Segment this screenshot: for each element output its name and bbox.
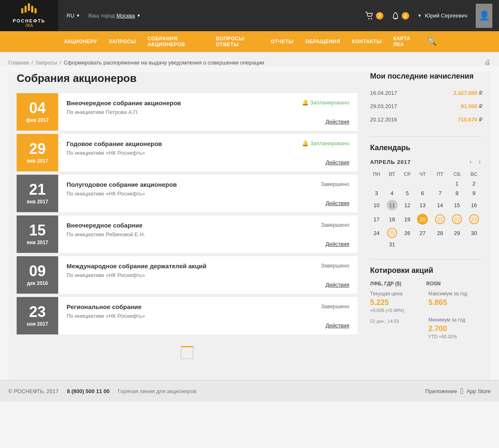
meeting-initiator: По инициативе Рябиновой Е.Н. (67, 231, 349, 238)
footer-app[interactable]: Приложение  App Store (425, 386, 491, 396)
print-button[interactable]: 🖨 (484, 59, 491, 66)
loading-spinner (17, 338, 358, 368)
appstore-label: App Store (467, 388, 491, 394)
breadcrumb-section[interactable]: Запросы (35, 59, 57, 66)
meeting-info: Внеочередное собрание акционеров 🔔 Запла… (58, 93, 358, 131)
meeting-month-year: дек 2016 (27, 280, 48, 286)
accrual-row: 29.03.2017 91.500 ₽ (370, 100, 482, 113)
calendar-grid: ПНВТСРЧТПТСБВС12345678910111213141516171… (370, 170, 482, 249)
meeting-day: 29 (29, 141, 46, 156)
meeting-info: Полугодовое собрание акционеров Завершен… (58, 175, 358, 212)
meeting-date: 09 дек 2016 (17, 256, 58, 294)
bell-icon (392, 12, 399, 20)
city-chevron-icon: ▼ (136, 13, 141, 18)
meeting-day: 15 (29, 223, 46, 238)
meeting-item: 04 фев 2017 Внеочередное собрание акцион… (17, 93, 358, 131)
accrual-amount: 2.327.000 ₽ (453, 90, 482, 96)
city-name[interactable]: Москва (116, 12, 135, 19)
meeting-actions-link[interactable]: Действия (326, 282, 349, 288)
meeting-initiator: По инициативе «НК Роснефть» (67, 150, 349, 156)
footer-phone: 8 (800) 500 11 00 (67, 388, 110, 394)
quote-date: 02 дек., 14:59 (370, 319, 424, 324)
nav-item-shareholder[interactable]: АКЦИОНЕРУ (58, 31, 103, 52)
nav-item-reports[interactable]: ОТЧЕТЫ (265, 31, 299, 52)
nav-item-map[interactable]: КАРТА ЛКА (388, 31, 423, 52)
page-title: Собрания акционеров (17, 72, 358, 85)
apple-icon:  (460, 386, 463, 396)
nav-item-requests[interactable]: ЗАПРОСЫ (103, 31, 142, 52)
current-price-label: Текущая цена (370, 291, 424, 297)
meeting-info: Международное собрание держателей акций … (58, 256, 358, 294)
meeting-actions-link[interactable]: Действия (326, 322, 349, 329)
min-year-value: 2.700 (428, 324, 482, 333)
city-selector: Ваш город Москва ▼ (89, 12, 141, 19)
meeting-actions-link[interactable]: Действия (326, 119, 349, 125)
nav-item-contacts[interactable]: КОНТАКТЫ (346, 31, 387, 52)
avatar: 👤 (476, 4, 492, 28)
breadcrumb: Главная / Запросы / Сформировать распоря… (8, 59, 491, 66)
meeting-info: Годовое собрание акционеров 🔔 Запланиров… (58, 134, 358, 171)
notification-button[interactable]: 2 (392, 12, 409, 20)
nav-item-meetings[interactable]: СОБРАНИЯ АКЦИОНЕРОВ (142, 31, 210, 52)
meeting-month-year: ноя 2017 (27, 321, 48, 327)
meeting-month-year: янв 2017 (27, 240, 48, 245)
quotes-title: Котировки акций (370, 266, 482, 275)
meeting-actions-link[interactable]: Действия (326, 241, 349, 247)
calendar-prev-button[interactable]: ‹ (468, 158, 473, 166)
quote-date-block: 02 дек., 14:59 (370, 319, 424, 339)
nav-item-appeals[interactable]: ОБРАЩЕНИЯ (299, 31, 346, 52)
cart-icon-button[interactable]: 7 (365, 12, 383, 20)
notification-count: 2 (402, 12, 409, 20)
meeting-day: 21 (29, 182, 46, 197)
accruals-title: Мои последние начисления (370, 72, 482, 81)
meeting-status: Завершено (321, 262, 349, 269)
meeting-actions-link[interactable]: Действия (326, 200, 349, 206)
search-button[interactable]: 🔍 (423, 37, 441, 46)
meeting-info: Внеочередное собарние Завершено По иници… (58, 215, 358, 253)
meeting-initiator: По инициативе «НК Роснефть» (67, 272, 349, 278)
quotes-col2-header: ROSN (426, 281, 482, 287)
logo-brand-text: РОСНЕФТЬ (13, 18, 46, 23)
svg-rect-1 (25, 6, 27, 12)
svg-rect-2 (31, 6, 33, 12)
meeting-date: 04 фев 2017 (17, 93, 58, 131)
sidebar: Мои последние начисления 16.04.2017 2.32… (370, 72, 482, 368)
meeting-item: 21 янв 2017 Полугодовое собрание акционе… (17, 175, 358, 212)
lang-selector[interactable]: RU ▼ (67, 12, 80, 19)
breadcrumb-current: Сформировать распоряжение на выдачу увед… (64, 59, 264, 66)
breadcrumb-home[interactable]: Главная (8, 59, 29, 66)
nav-item-qa[interactable]: ВОПРОСЫ-ОТВЕТЫ (210, 31, 265, 52)
accrual-amount: 710.670 ₽ (458, 116, 482, 123)
meeting-item: 15 янв 2017 Внеочередное собарние Заверш… (17, 215, 358, 253)
price-change: +0.035 (+0.48%) (370, 308, 424, 313)
min-price-block: Минимум за год 2.700 YTD +50.32% (428, 317, 482, 339)
footer-hotline: Горячая линия для акционеров (118, 388, 197, 394)
accruals-list: 16.04.2017 2.327.000 ₽ 29.03.2017 91.500… (370, 87, 482, 126)
meeting-status: Завершено (321, 222, 349, 228)
quotes-col1-header: ЛФБ, ГДР ($) (370, 281, 426, 287)
meeting-month-year: янв 2017 (27, 158, 48, 164)
meeting-initiator: По инициативе «НК Роснефть» (67, 313, 349, 319)
logo-area[interactable]: РОСНЕФТЬ ЛКА (0, 0, 58, 31)
meeting-title: Международное собрание держателей акций (67, 262, 206, 270)
main-navigation: АКЦИОНЕРУ ЗАПРОСЫ СОБРАНИЯ АКЦИОНЕРОВ ВО… (0, 31, 499, 52)
ytd-value: YTD +50.32% (428, 334, 482, 339)
meeting-title: Полугодовое собрание акционеров (67, 181, 177, 188)
meeting-actions-link[interactable]: Действия (326, 159, 349, 166)
accrual-row: 20.12.2016 710.670 ₽ (370, 113, 482, 126)
meeting-item: 29 янв 2017 Годовое собрание акционеров … (17, 134, 358, 171)
current-price-block: Текущая цена 5.225 +0.035 (+0.48%) (370, 291, 424, 313)
meeting-initiator: По инициативе «НК Роснефть» (67, 191, 349, 197)
calendar-next-button[interactable]: › (477, 158, 482, 166)
meetings-list: 04 фев 2017 Внеочередное собрание акцион… (17, 93, 358, 334)
max-year-label: Максимум за год (428, 291, 482, 297)
user-chevron-icon: ▼ (417, 13, 422, 18)
meeting-date: 23 ноя 2017 (17, 297, 58, 334)
min-year-label: Минимум за год (428, 317, 482, 323)
main-content: Собрания акционеров 04 фев 2017 Внеочере… (17, 72, 358, 368)
footer: © РОСНЕФТЬ, 2017 8 (800) 500 11 00 Горяч… (0, 380, 499, 402)
rosneft-logo-icon (21, 3, 37, 17)
meeting-month-year: фев 2017 (26, 117, 49, 123)
cart-icon (365, 12, 373, 20)
user-menu[interactable]: ▼ Юрий Сергеевич (417, 12, 467, 19)
